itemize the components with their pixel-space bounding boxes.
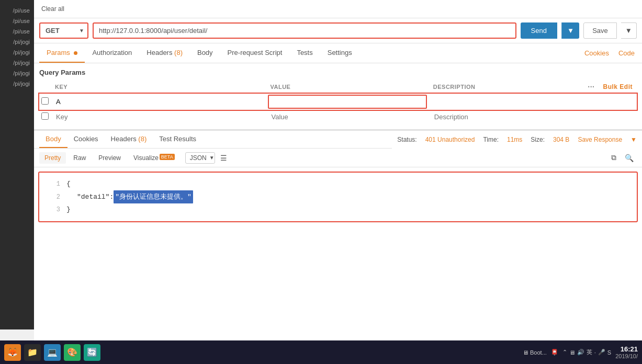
- taskbar-icon-0[interactable]: 🦊: [4, 344, 21, 361]
- bulk-edit-link[interactable]: Bulk Edit: [603, 83, 633, 90]
- tab-pre-request[interactable]: Pre-request Script: [220, 43, 290, 63]
- tab-body[interactable]: Body: [190, 43, 220, 63]
- format-wrap-button[interactable]: ☰: [217, 152, 230, 164]
- response-area-top: Body Cookies Headers (8) Test Results St…: [34, 131, 642, 149]
- taskbar-postman-icon: 📮: [551, 349, 558, 356]
- tab-headers[interactable]: Headers (8): [139, 43, 190, 63]
- row2-check-cell: [39, 110, 51, 124]
- taskbar-boot-label: 🖥 Boot...: [523, 349, 547, 356]
- search-icon-button[interactable]: 🔍: [622, 152, 637, 164]
- url-input-wrapper: [93, 22, 516, 39]
- response-tab-headers-label: Headers: [111, 135, 139, 143]
- time-label: Time:: [483, 136, 499, 143]
- row2-value-input[interactable]: [268, 111, 426, 123]
- clear-all-button[interactable]: Clear all: [39, 4, 66, 14]
- response-tab-body[interactable]: Body: [39, 131, 67, 148]
- method-select[interactable]: GET POST PUT DELETE PATCH: [39, 22, 88, 39]
- sidebar-item-7[interactable]: /pi/jogi: [0, 78, 34, 89]
- format-tab-preview[interactable]: Preview: [93, 152, 126, 164]
- table-row: [39, 94, 637, 110]
- format-tab-pretty[interactable]: Pretty: [39, 152, 66, 164]
- tab-settings-label: Settings: [328, 49, 352, 56]
- row2-checkbox[interactable]: [41, 112, 49, 120]
- response-section: Body Cookies Headers (8) Test Results St…: [34, 129, 642, 340]
- taskbar-arrow-icon[interactable]: ⌃: [562, 349, 567, 356]
- taskbar-time: 16:21: [621, 345, 638, 353]
- row2-desc-cell: [429, 110, 584, 124]
- row2-value-cell: [266, 110, 429, 124]
- sidebar-item-6[interactable]: /pi/jogi: [0, 68, 34, 78]
- send-dropdown-button[interactable]: ▼: [561, 22, 579, 39]
- tab-params[interactable]: Params: [39, 43, 85, 63]
- taskbar-icon-3[interactable]: 🎨: [64, 344, 81, 361]
- url-input[interactable]: [94, 24, 515, 38]
- tab-authorization[interactable]: Authorization: [85, 43, 139, 63]
- query-params-section: Query Params KEY VALUE DESCRIPTION ··· B…: [34, 63, 642, 129]
- save-dropdown-button[interactable]: ▼: [621, 22, 637, 39]
- table-row: [39, 110, 637, 124]
- row2-desc-input[interactable]: [431, 111, 582, 123]
- tab-settings[interactable]: Settings: [320, 43, 359, 63]
- row1-desc-input[interactable]: [431, 96, 582, 108]
- header-value: VALUE: [266, 81, 429, 94]
- taskbar-icon-2[interactable]: 💻: [44, 344, 61, 361]
- row1-checkbox[interactable]: [41, 97, 49, 105]
- header-check: [39, 81, 51, 94]
- response-headers-count: (8): [138, 135, 147, 143]
- bulk-edit-header: Bulk Edit: [599, 81, 637, 94]
- more-dots-icon[interactable]: ···: [588, 83, 594, 91]
- tab-headers-count: (8): [174, 49, 183, 56]
- line-num-3: 3: [48, 204, 60, 216]
- main-content: Clear all GET POST PUT DELETE PATCH ▼ Se…: [34, 0, 642, 340]
- size-value: 304 B: [553, 136, 569, 143]
- code-link[interactable]: Code: [616, 44, 637, 62]
- cookies-link[interactable]: Cookies: [582, 44, 611, 62]
- json-key-detail: "detail":: [77, 191, 114, 203]
- taskbar-right: 🖥 Boot... 📮 ⌃ 🖥 🔊 英 · 🎤 S 16:21 2019/10/: [523, 345, 638, 359]
- response-tab-cookies[interactable]: Cookies: [67, 131, 105, 148]
- format-select-wrapper: JSON HTML XML Text ▼: [185, 152, 215, 164]
- taskbar-icon-4[interactable]: 🔄: [84, 344, 100, 361]
- size-label: Size:: [531, 136, 545, 143]
- copy-icon-button[interactable]: ⧉: [608, 152, 620, 164]
- row2-actions: [583, 110, 637, 124]
- taskbar-clock: 16:21 2019/10/: [615, 345, 638, 359]
- json-line-2: 2 "detail": "身份认证信息未提供。": [48, 190, 628, 203]
- header-description: DESCRIPTION: [429, 81, 584, 94]
- row1-key-input[interactable]: [53, 96, 264, 108]
- sidebar-item-1[interactable]: /pi/use: [0, 16, 34, 26]
- response-tab-headers[interactable]: Headers (8): [105, 131, 153, 148]
- sidebar-item-0[interactable]: /pi/use: [0, 5, 34, 16]
- json-response-body: 1 { 2 "detail": "身份认证信息未提供。" 3 }: [38, 172, 638, 222]
- time-value: 11ms: [507, 136, 522, 143]
- status-label: Status:: [397, 136, 416, 143]
- sidebar-item-3[interactable]: /pi/jogi: [0, 37, 34, 47]
- save-response-button[interactable]: Save Response: [578, 136, 622, 143]
- tabs-right: Cookies Code: [582, 44, 637, 62]
- sidebar-item-5[interactable]: /pi/jogi: [0, 58, 34, 68]
- sidebar-item-2[interactable]: /pi/use: [0, 26, 34, 37]
- json-format-select[interactable]: JSON HTML XML Text: [186, 153, 218, 163]
- format-tab-visualize[interactable]: VisualizeBETA: [128, 152, 180, 164]
- sys-icons: ⌃ 🖥 🔊 英 · 🎤 S: [562, 348, 611, 356]
- header-actions: ···: [583, 81, 599, 94]
- tab-tests[interactable]: Tests: [289, 43, 320, 63]
- top-bar: Clear all: [34, 0, 642, 18]
- line-num-2: 2: [48, 192, 60, 203]
- taskbar-ime-icon: S: [607, 349, 611, 356]
- save-button[interactable]: Save: [583, 22, 617, 39]
- response-status-bar: Status: 401 Unauthorized Time: 11ms Size…: [392, 133, 642, 146]
- save-response-dropdown-icon[interactable]: ▼: [630, 136, 637, 143]
- send-button[interactable]: Send: [521, 22, 557, 39]
- taskbar-lang-icon: 英: [587, 348, 592, 356]
- row1-value-input[interactable]: [268, 95, 426, 109]
- tab-headers-label: Headers: [147, 49, 172, 56]
- json-line-1: 1 {: [48, 178, 628, 190]
- format-tab-raw[interactable]: Raw: [68, 152, 91, 164]
- response-tab-test-results[interactable]: Test Results: [153, 131, 202, 148]
- taskbar-icon-1[interactable]: 📁: [24, 344, 41, 361]
- response-tabs-bar: Body Cookies Headers (8) Test Results: [34, 131, 392, 149]
- row2-key-input[interactable]: [53, 111, 264, 123]
- sidebar-item-4[interactable]: /pi/jogi: [0, 47, 34, 58]
- row1-check-cell: [39, 94, 51, 110]
